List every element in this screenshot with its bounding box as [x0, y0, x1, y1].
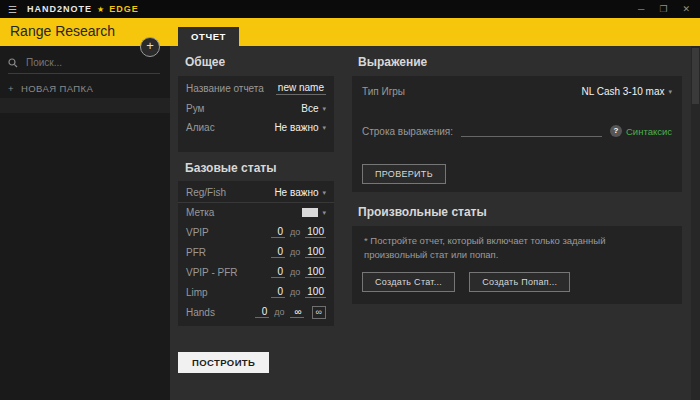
room-value: Все — [301, 103, 318, 114]
search-bar — [8, 56, 160, 74]
limp-label: Limp — [186, 287, 208, 298]
app-edition: EDGE — [109, 4, 139, 14]
maximize-button[interactable]: ❐ — [659, 4, 667, 14]
expression-input-row: Строка выражения: ? Синтаксис — [352, 97, 682, 137]
vpip-label: VPIP — [186, 227, 209, 238]
infinity-toggle-button[interactable]: ∞ — [312, 306, 326, 319]
chevron-down-icon: ▾ — [322, 105, 326, 113]
custom-stats-note: * Постройте отчет, который включает толь… — [352, 226, 676, 263]
stat-range-row: VPIP - PFR 0 до 100 — [178, 262, 334, 282]
question-mark-icon: ? — [610, 125, 622, 137]
vpip-pfr-max-field[interactable]: 100 — [305, 266, 326, 278]
limp-min-field[interactable]: 0 — [271, 286, 285, 298]
expression-label: Строка выражения: — [362, 126, 453, 137]
alias-value: Не важно — [274, 122, 318, 133]
expression-panel: Тип Игры NL Cash 3-10 max ▾ Строка выраж… — [352, 76, 682, 192]
folder-list-highlight-row[interactable] — [0, 98, 170, 113]
color-swatch — [302, 208, 318, 217]
pfr-max-field[interactable]: 100 — [305, 246, 326, 258]
section-heading-expression: Выражение — [358, 55, 427, 69]
limp-max-field[interactable]: 100 — [305, 286, 326, 298]
new-folder-label: НОВАЯ ПАПКА — [21, 83, 93, 94]
game-type-select[interactable]: NL Cash 3-10 max ▾ — [581, 86, 672, 97]
pfr-label: PFR — [186, 247, 206, 258]
base-stats-panel: Reg/Fish Не важно ▾ Метка ▾ VPIP 0 до 10… — [178, 181, 334, 326]
hands-max-field[interactable]: ∞ — [290, 306, 304, 318]
search-input[interactable] — [24, 56, 152, 69]
general-panel: Название отчета new name Рум Все ▾ Алиас… — [178, 76, 334, 152]
pfr-min-field[interactable]: 0 — [271, 246, 285, 258]
range-separator: до — [274, 307, 284, 317]
syntax-help-label: Синтаксис — [626, 126, 672, 137]
regfish-select[interactable]: Не важно ▾ — [274, 187, 326, 198]
room-label: Рум — [186, 103, 204, 114]
label-row: Метка ▾ — [178, 203, 334, 222]
hands-min-field[interactable]: 0 — [255, 306, 269, 318]
sidebar: + НОВАЯ ПАПКА — [0, 46, 170, 400]
regfish-label: Reg/Fish — [186, 187, 226, 198]
range-separator: до — [290, 227, 300, 237]
section-heading-base-stats: Базовые статы — [185, 161, 276, 175]
metka-color-select[interactable]: ▾ — [302, 208, 326, 217]
titlebar: ☰ HAND2NOTE ★ EDGE ─ ❐ ✕ — [0, 0, 700, 18]
section-heading-general: Общее — [185, 55, 225, 69]
game-type-label: Тип Игры — [362, 86, 405, 97]
stat-range-row: VPIP 0 до 100 — [178, 222, 334, 242]
report-name-field[interactable]: new name — [276, 82, 326, 95]
star-icon: ★ — [97, 5, 104, 14]
report-name-row: Название отчета new name — [178, 78, 334, 99]
section-heading-custom-stats: Произвольные статы — [358, 205, 487, 219]
room-select[interactable]: Все ▾ — [301, 103, 326, 114]
build-button[interactable]: ПОСТРОИТЬ — [178, 352, 269, 373]
hands-label: Hands — [186, 307, 215, 318]
stat-range-row: PFR 0 до 100 — [178, 242, 334, 262]
minimize-button[interactable]: ─ — [638, 4, 644, 14]
custom-stats-buttons: Создать Стат... Создать Попап... — [362, 272, 570, 292]
page-title: Range Research — [10, 23, 115, 39]
syntax-help-link[interactable]: ? Синтаксис — [610, 125, 672, 137]
app-window: ☰ HAND2NOTE ★ EDGE ─ ❐ ✕ Range Research … — [0, 0, 700, 400]
scrollbar-thumb[interactable] — [692, 48, 699, 104]
chevron-down-icon: ▾ — [322, 124, 326, 132]
close-button[interactable]: ✕ — [682, 4, 690, 14]
alias-label: Алиас — [186, 122, 215, 133]
range-separator: до — [290, 287, 300, 297]
vpip-pfr-label: VPIP - PFR — [186, 267, 238, 278]
window-controls: ─ ❐ ✕ — [638, 4, 700, 14]
add-report-button[interactable]: + — [140, 37, 160, 57]
custom-stats-panel: * Постройте отчет, который включает толь… — [352, 226, 682, 304]
vpip-pfr-min-field[interactable]: 0 — [271, 266, 285, 278]
room-row: Рум Все ▾ — [178, 99, 334, 118]
range-separator: до — [290, 247, 300, 257]
check-expression-button[interactable]: ПРОВЕРИТЬ — [362, 164, 446, 184]
scrollbar[interactable] — [691, 46, 700, 400]
vpip-max-field[interactable]: 100 — [305, 226, 326, 238]
metka-label: Метка — [186, 207, 214, 218]
stat-range-row: Limp 0 до 100 — [178, 282, 334, 302]
game-type-row: Тип Игры NL Cash 3-10 max ▾ — [352, 76, 682, 97]
alias-row: Алиас Не важно ▾ — [178, 118, 334, 137]
regfish-row: Reg/Fish Не важно ▾ — [178, 183, 334, 203]
range-separator: до — [290, 267, 300, 277]
plus-icon: + — [8, 83, 14, 94]
expression-input[interactable] — [461, 124, 602, 137]
search-icon — [8, 58, 18, 68]
regfish-value: Не важно — [274, 187, 318, 198]
app-brand: HAND2NOTE — [27, 4, 92, 14]
new-folder-button[interactable]: + НОВАЯ ПАПКА — [8, 83, 93, 94]
app-header-bar: Range Research ОТЧЕТ + — [0, 18, 700, 46]
report-name-label: Название отчета — [186, 83, 264, 94]
alias-select[interactable]: Не важно ▾ — [274, 122, 326, 133]
stat-range-row: Hands 0 до ∞ ∞ — [178, 302, 334, 323]
chevron-down-icon: ▾ — [322, 209, 326, 217]
tab-report[interactable]: ОТЧЕТ — [178, 27, 239, 46]
game-type-value: NL Cash 3-10 max — [581, 86, 664, 97]
create-stat-button[interactable]: Создать Стат... — [362, 272, 455, 292]
create-popup-button[interactable]: Создать Попап... — [469, 272, 570, 292]
chevron-down-icon: ▾ — [322, 189, 326, 197]
hamburger-menu-icon[interactable]: ☰ — [8, 4, 17, 15]
vpip-min-field[interactable]: 0 — [271, 226, 285, 238]
chevron-down-icon: ▾ — [668, 88, 672, 96]
